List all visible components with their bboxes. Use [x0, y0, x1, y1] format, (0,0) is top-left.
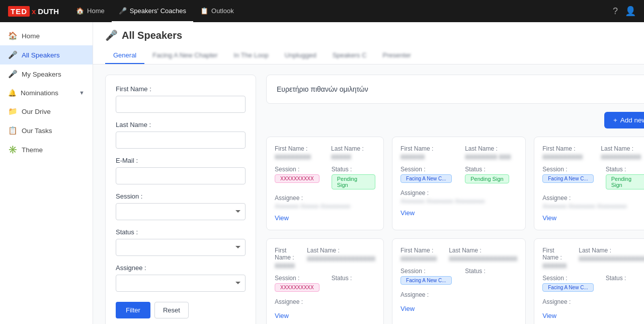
reset-button[interactable]: Reset: [154, 302, 189, 318]
nominations-chevron-icon: ▼: [79, 90, 85, 96]
sidebar-home-label: Home: [22, 32, 40, 40]
card-session-field: Session : Facing A New C...: [542, 166, 593, 189]
card-first-name-field: First Name : XXXXXX: [400, 145, 453, 161]
filter-buttons: Filter Reset: [116, 302, 246, 318]
card-assignee-label: Assignee :: [275, 298, 375, 305]
main-content: 🎤 All Speakers General Facing A New Chap…: [93, 22, 644, 324]
tab-presenter[interactable]: Presenter: [375, 47, 419, 64]
sidebar-my-speakers-label: My Speakers: [22, 71, 61, 78]
card-status-badge: Pending Sign: [332, 174, 375, 189]
logo-duth: DUTH: [38, 7, 59, 16]
session-select[interactable]: [116, 203, 246, 220]
card-last-name-label: Last Name :: [307, 247, 375, 254]
sidebar-nominations-label: Nominations: [21, 89, 58, 97]
nominations-icon: 🔔: [8, 89, 17, 97]
status-select[interactable]: [116, 239, 246, 256]
card-last-name-field: Last Name : XXXXXXXXXXXXXXXXX: [579, 247, 644, 270]
card-view-link[interactable]: View: [400, 305, 415, 312]
card-session-status-row: Session : XXXXXXXXXX Status : Pending Si…: [275, 166, 375, 189]
card-status-label: Status :: [606, 275, 644, 282]
nav-tab-home[interactable]: 🏠 Home: [69, 0, 112, 22]
info-text: Ευρετήριο πιθανών ομιλητών: [277, 85, 644, 93]
card-view-link[interactable]: View: [542, 312, 556, 319]
add-new-label: Add new: [620, 116, 644, 124]
card-name-row: First Name : XXXXXX Last Name : XXXXXXXX…: [400, 145, 517, 161]
card-last-name-field: Last Name : XXXXXXXXXX: [601, 145, 644, 161]
sidebar-item-our-drive[interactable]: 📁 Our Drive: [0, 102, 93, 121]
card-last-name-value: XXXXXXXX XXX: [465, 154, 517, 161]
sidebar-all-speakers-label: All Speakers: [22, 51, 60, 59]
card-view-link[interactable]: View: [542, 214, 556, 222]
tab-unplugged[interactable]: Unplugged: [277, 47, 325, 64]
card-view-link[interactable]: View: [275, 214, 289, 222]
assignee-label: Assignee :: [116, 264, 246, 272]
help-icon[interactable]: ?: [613, 6, 618, 17]
card-session-field: Session : Facing A New C...: [400, 166, 453, 184]
card-status-label: Status :: [465, 166, 517, 173]
filter-session-field: Session :: [116, 192, 246, 220]
nominations-left: 🔔 Nominations: [8, 89, 58, 97]
card-view-link[interactable]: View: [400, 209, 415, 217]
card-first-name-label: First Name :: [275, 145, 319, 152]
logo: TED x DUTH: [8, 6, 59, 17]
first-name-input[interactable]: [116, 96, 246, 113]
sidebar-item-my-speakers[interactable]: 🎤 My Speakers: [0, 64, 93, 84]
sidebar-item-theme[interactable]: ✳️ Theme: [0, 140, 93, 159]
nav-tab-speakers-coaches[interactable]: 🎤 Speakers' Coaches: [112, 0, 193, 22]
main-header: 🎤 All Speakers General Facing A New Chap…: [93, 22, 644, 64]
filter-last-name-field: Last Name :: [116, 121, 246, 149]
content-area: First Name : Last Name : E-Mail : Sessio…: [93, 64, 644, 324]
filter-button[interactable]: Filter: [116, 302, 150, 318]
card-last-name-value: XXXXXXXXXXXXXXXXX: [307, 255, 375, 263]
tab-facing-new-chapter[interactable]: Facing A New Chapter: [144, 47, 225, 64]
card-first-name-value: XXXXXX: [400, 154, 453, 161]
speaker-card: First Name : XXXXXXXXX Last Name : XXXXX…: [266, 137, 384, 230]
add-new-button[interactable]: + Add new: [604, 112, 644, 128]
card-session-badge: Facing A New C...: [542, 283, 593, 292]
card-session-label: Session :: [400, 268, 453, 275]
nav-speakers-coaches-label: Speakers' Coaches: [130, 7, 186, 15]
nav-tab-outlook[interactable]: 📋 Outlook: [193, 0, 241, 22]
status-label: Status :: [116, 228, 246, 236]
tab-speakers-c[interactable]: Speakers C: [325, 47, 375, 64]
card-session-status-row: Session : Facing A New C... Status :: [542, 275, 644, 293]
add-new-row: + Add new: [266, 112, 644, 128]
email-input[interactable]: [116, 167, 246, 184]
speakers-coaches-nav-icon: 🎤: [119, 7, 127, 15]
sidebar-theme-label: Theme: [22, 146, 43, 154]
card-last-name-value: XXXXXXXXXXXXXXXXX: [579, 255, 644, 263]
card-status-field: Status : Pending Sign: [332, 166, 375, 189]
filter-assignee-field: Assignee :: [116, 264, 246, 292]
sidebar-our-tasks-label: Our Tasks: [22, 127, 52, 135]
card-session-status-row: Session : Facing A New C... Status : Pen…: [542, 166, 644, 189]
sidebar-item-our-tasks[interactable]: 📋 Our Tasks: [0, 121, 93, 140]
filter-panel: First Name : Last Name : E-Mail : Sessio…: [105, 75, 256, 324]
tab-general[interactable]: General: [105, 47, 144, 64]
card-first-name-label: First Name :: [542, 145, 589, 152]
theme-icon: ✳️: [8, 145, 18, 154]
card-session-badge: Facing A New C...: [400, 276, 451, 285]
right-panel: Ευρετήριο πιθανών ομιλητών + Add new Fir…: [266, 75, 644, 324]
sidebar-item-all-speakers[interactable]: 🎤 All Speakers: [0, 45, 93, 64]
assignee-select[interactable]: [116, 275, 246, 292]
user-icon[interactable]: 👤: [625, 6, 636, 17]
card-assignee-value: Xxxxxxxx Xxxxxx Xxxxxxxxxx: [275, 203, 375, 209]
speaker-card: First Name : XXXXXXXXX Last Name : XXXXX…: [392, 238, 526, 324]
card-session-badge: Facing A New C...: [542, 174, 593, 183]
sidebar-item-home[interactable]: 🏠 Home: [0, 26, 93, 45]
logo-x: x: [32, 7, 36, 16]
card-session-label: Session :: [542, 275, 593, 282]
tab-in-the-loop[interactable]: In The Loop: [226, 47, 277, 64]
page-title: 🎤 All Speakers: [105, 29, 632, 41]
last-name-input[interactable]: [116, 132, 246, 149]
card-session-field: Session : XXXXXXXXXX: [275, 166, 319, 189]
speaker-card: First Name : XXXXXXXXXX Last Name : XXXX…: [534, 137, 644, 230]
card-view-link[interactable]: View: [275, 312, 289, 319]
outlook-nav-icon: 📋: [200, 7, 208, 15]
card-session-label: Session :: [542, 166, 593, 173]
card-first-name-value: XXXXXX: [542, 263, 567, 270]
sidebar-item-nominations[interactable]: 🔔 Nominations ▼: [0, 84, 93, 102]
card-assignee-label: Assignee :: [275, 195, 375, 202]
card-last-name-label: Last Name :: [331, 145, 375, 152]
card-status-badge: Pending Sign: [465, 174, 509, 183]
